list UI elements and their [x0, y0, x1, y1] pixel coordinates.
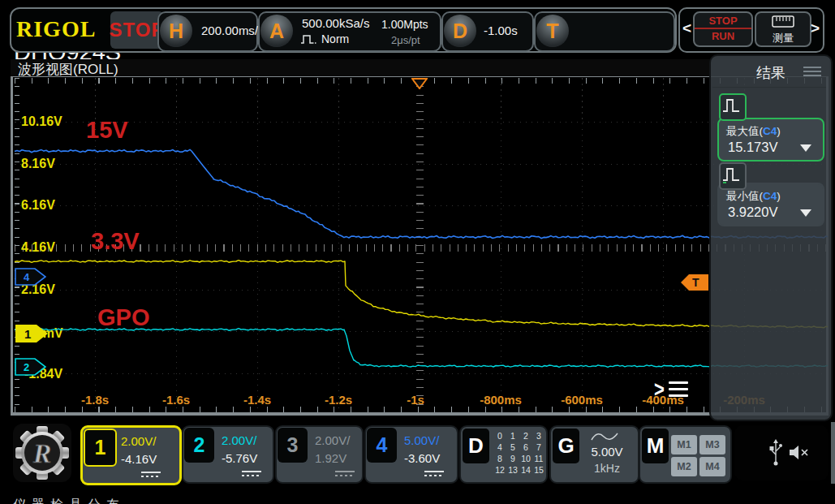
- channel1-widget[interactable]: 1 2.00V/ -4.16V: [80, 425, 182, 485]
- math3-button[interactable]: M3: [699, 435, 725, 454]
- rail-annotation-3v3: 3.3V: [91, 228, 140, 255]
- channel4-scale: 5.00V/: [404, 433, 439, 447]
- channel1-offset: -4.16V: [121, 452, 157, 466]
- top-status-bar: STOP H 200.00ms/ A 500.00kSa/s 1.00Mpts …: [10, 7, 677, 53]
- math2-button[interactable]: M2: [671, 457, 697, 476]
- rigol-gear-logo[interactable]: R: [13, 424, 71, 482]
- y-axis-label: 10.16V: [21, 114, 62, 129]
- channel4-position-marker[interactable]: 4: [15, 268, 47, 286]
- digital-channels-widget[interactable]: D 0123 4567 891011 12131415: [459, 425, 548, 484]
- speaker-muted-icon[interactable]: [788, 443, 811, 463]
- channel3-widget[interactable]: 3 2.00V/ 1.92V: [275, 425, 364, 484]
- channel3-scale: 2.00V/: [315, 433, 350, 447]
- measure-label: 测量: [756, 31, 810, 45]
- usb-icon: [768, 438, 783, 467]
- status-icons-box: [734, 425, 829, 480]
- delay-group[interactable]: D -1.00s: [441, 11, 534, 52]
- pulse-stat-icon: [721, 95, 742, 116]
- ruler-icon: [772, 15, 794, 28]
- x-axis-label: -1.4s: [243, 393, 271, 407]
- channel3-number: 3: [278, 428, 308, 463]
- measurement2-dropdown-caret[interactable]: [800, 209, 811, 217]
- channel1-position-marker[interactable]: 1: [15, 324, 49, 343]
- sample-rate: 500.00kSa/s: [302, 16, 369, 30]
- h-knob-icon[interactable]: H: [160, 15, 192, 47]
- measurement1-value: 15.173V: [728, 140, 777, 155]
- math4-button[interactable]: M4: [699, 457, 725, 476]
- d-knob-icon[interactable]: D: [444, 15, 476, 47]
- digital-label: D: [463, 429, 489, 463]
- right-edge-strip: [831, 422, 835, 484]
- channel4-widget[interactable]: 4 5.00V/ -3.60V: [364, 425, 458, 484]
- channel2-number: 2: [184, 428, 214, 463]
- window-title: 波形视图(ROLL): [18, 60, 118, 79]
- math-label: M: [642, 429, 669, 463]
- rail-annotation-gpo: GPO: [97, 304, 149, 331]
- math-widget[interactable]: M M1 M3 M2 M4: [639, 425, 732, 484]
- generator-amplitude: 5.00V: [587, 445, 627, 459]
- toolbar-quick-controls: < STOP RUN 测量 >: [678, 7, 824, 53]
- x-axis-label: -1.6s: [162, 393, 190, 407]
- gear-icon: R: [13, 424, 71, 482]
- expand-menu-icon[interactable]: >: [654, 379, 691, 402]
- x-axis-label: -1.8s: [81, 393, 109, 407]
- channel2-widget[interactable]: 2 2.00V/ -5.76V: [182, 425, 274, 484]
- y-axis-label: 4.16V: [21, 240, 55, 255]
- rail-annotation-15v: 15V: [86, 117, 128, 144]
- x-axis-label: -600ms: [561, 393, 603, 407]
- prev-page-chevron[interactable]: <: [682, 19, 691, 37]
- x-axis-label: -1.2s: [325, 393, 352, 407]
- measurement2-icon[interactable]: [719, 162, 747, 190]
- channel1-number: 1: [84, 429, 117, 467]
- next-page-chevron[interactable]: >: [811, 19, 820, 37]
- acquisition-group[interactable]: A 500.00kSa/s 1.00Mpts Norm 2μs/pt: [258, 11, 441, 52]
- measure-button[interactable]: 测量: [755, 11, 811, 47]
- measurement2-value: 3.9220V: [728, 205, 777, 220]
- chevron-right-icon: >: [654, 377, 665, 403]
- measurement1-icon[interactable]: [719, 93, 747, 121]
- memory-depth: 1.00Mpts: [381, 18, 428, 31]
- t-knob-icon[interactable]: T: [536, 15, 569, 47]
- pulse-stat-icon: [721, 164, 742, 185]
- dc-coupling-icon: [242, 471, 261, 476]
- measurement1-source: C4: [763, 125, 777, 137]
- generator-widget[interactable]: G 5.00V 1kHz: [549, 425, 639, 484]
- channel4-number: 4: [367, 428, 397, 463]
- pulse-waveform-icon: [300, 34, 318, 45]
- trigger-position-marker[interactable]: [411, 78, 428, 89]
- math-grid: M1 M3 M2 M4: [671, 435, 725, 476]
- y-axis-label: 8.16V: [21, 157, 55, 171]
- measurement2-source: C4: [763, 190, 777, 202]
- trigger-level-marker[interactable]: T: [680, 274, 709, 291]
- measurement2-label: 最小值: [726, 190, 760, 202]
- measurement1-card[interactable]: 最大值(C4) 15.173V: [717, 118, 824, 162]
- dc-coupling-icon: [141, 472, 161, 477]
- svg-text:R: R: [32, 438, 52, 468]
- x-axis-label: -1s: [407, 393, 424, 407]
- stop-label: STOP: [695, 13, 751, 29]
- channel2-scale: 2.00V/: [222, 433, 256, 447]
- channel4-offset: -3.60V: [404, 451, 440, 465]
- channel2-offset: -5.76V: [222, 451, 257, 465]
- measurement1-dropdown-caret[interactable]: [800, 144, 811, 152]
- channel2-position-marker[interactable]: 2: [15, 358, 47, 376]
- acquisition-status-badge[interactable]: STOP: [110, 11, 164, 49]
- digital-bits-grid: 0123 4567 891011 12131415: [493, 431, 545, 476]
- horizontal-timebase-group[interactable]: H 200.00ms/: [157, 11, 258, 52]
- trigger-group[interactable]: T: [534, 11, 675, 52]
- svg-text:1: 1: [24, 327, 31, 341]
- math1-button[interactable]: M1: [671, 435, 697, 454]
- generator-label: G: [553, 429, 579, 463]
- stop-run-button[interactable]: STOP RUN: [693, 11, 753, 47]
- channel3-offset: 1.92V: [315, 451, 346, 465]
- dc-coupling-icon: [335, 471, 355, 476]
- dc-coupling-icon: [424, 471, 444, 476]
- clipped-footer-text: 仪器检具分布: [13, 497, 192, 504]
- a-knob-icon[interactable]: A: [260, 15, 293, 47]
- plot-border-bottom: [11, 412, 829, 416]
- svg-text:T: T: [692, 276, 699, 289]
- sine-wave-icon: [590, 430, 619, 443]
- x-axis-label: -800ms: [480, 393, 522, 407]
- svg-text:4: 4: [24, 271, 30, 283]
- divider: [712, 87, 826, 88]
